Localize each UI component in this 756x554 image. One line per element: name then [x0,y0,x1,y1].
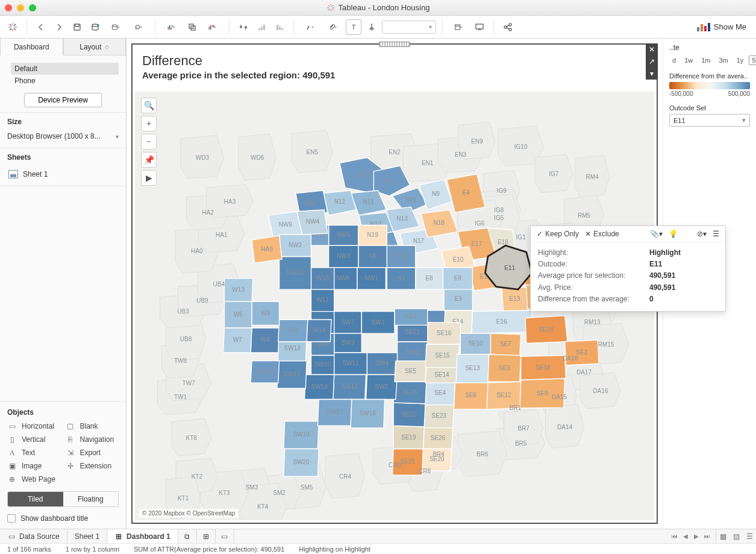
region-SW17[interactable] [317,399,352,426]
region-SE4[interactable] [425,382,455,404]
map-zoom-in[interactable]: ＋ [141,116,157,131]
obj-navigation[interactable]: ⎘Navigation [66,435,119,444]
sheet-item[interactable]: Sheet 1 [7,168,119,181]
tooltip-exclude[interactable]: ✕Exclude [585,230,619,238]
obj-blank[interactable]: ▢Blank [66,421,119,431]
region-NW5[interactable] [329,225,358,246]
obj-extension[interactable]: ✢Extension [66,461,119,471]
region-SW7[interactable] [334,312,362,333]
region-W6[interactable] [278,319,308,341]
region-SW12[interactable] [333,374,366,399]
last-page[interactable]: ⏭ [702,532,712,541]
region-SE3[interactable] [488,354,521,382]
device-phone[interactable]: Phone [11,75,119,87]
size-select[interactable]: Desktop Browser (1000 x 8... [7,130,119,143]
back-button[interactable] [33,19,49,35]
region-E9[interactable] [443,268,472,289]
sort-asc-button[interactable] [254,19,269,35]
region-SW2[interactable] [366,374,398,399]
date-tab-1w[interactable]: 1w [681,55,696,65]
map-pan[interactable]: ▶ [141,170,157,186]
forward-button[interactable] [51,19,67,35]
obj-webpage[interactable]: ⊕Web Page [7,474,61,484]
show-me-button[interactable]: Show Me [692,20,751,34]
region-NW2[interactable] [280,235,311,256]
region-SW19[interactable] [284,421,319,449]
obj-image[interactable]: ▣Image [7,461,61,471]
maximize-window[interactable] [29,4,36,11]
region-SW1[interactable] [361,312,395,333]
region-SE25[interactable] [392,449,423,476]
region-SE1[interactable] [395,309,428,325]
tab-datasource[interactable]: ▭Data Source [0,529,67,543]
clear-menu[interactable] [202,19,223,35]
region-N12[interactable] [323,190,357,215]
region-SW11[interactable] [334,353,367,374]
region-N1[interactable] [387,268,415,289]
region-W5[interactable] [224,301,252,328]
region-SE14[interactable] [425,368,458,383]
region-N6[interactable] [358,245,387,267]
zone-goto[interactable]: ↗ [646,55,658,68]
region-E13[interactable] [502,287,528,312]
new-story-tab[interactable]: ▭ [216,529,234,543]
region-W3[interactable] [252,301,280,325]
highlight-menu[interactable] [300,19,320,35]
map-pin[interactable]: 📌 [141,152,157,168]
date-tab-3m[interactable]: 3m [716,55,731,65]
tooltip-bulb-icon[interactable]: 💡 [669,230,678,238]
region-W11[interactable] [311,289,334,311]
region-SW4[interactable] [367,353,397,374]
region-W13[interactable] [224,279,252,301]
region-NW3[interactable] [329,245,358,267]
region-N19[interactable] [358,225,387,246]
attach-menu[interactable] [323,19,343,35]
share-button[interactable] [500,19,516,35]
region-SE23[interactable] [424,405,454,428]
filter-dropdown[interactable]: ▾ [382,20,436,34]
new-sheet-menu[interactable] [161,19,182,35]
region-SW9[interactable] [398,342,428,364]
region-SE15[interactable] [425,344,460,367]
region-SE13[interactable] [456,354,489,383]
tooltip-keep-only[interactable]: ✓Keep Only [537,230,579,238]
region-SE10[interactable] [460,333,490,354]
new-data-button[interactable] [87,19,103,35]
device-preview-button[interactable]: Device Preview [24,93,102,107]
region-SE6[interactable] [454,382,488,409]
region-HA9[interactable] [252,236,282,263]
region-E8[interactable] [416,268,443,289]
view-grid[interactable]: ▦ [716,529,729,543]
region-SE12[interactable] [487,382,521,409]
zone-close[interactable]: ✕ [646,43,658,55]
new-dashboard-tab[interactable]: ⊞ [197,529,216,543]
region-NW1[interactable] [357,268,386,289]
pin-button[interactable] [364,19,380,35]
first-page[interactable]: ⏮ [670,532,679,541]
refresh-menu[interactable] [128,19,149,35]
prev-page[interactable]: ◀ [681,532,690,541]
region-N7[interactable] [387,245,415,267]
date-tab-1y[interactable]: 1y [734,55,747,65]
map-zoom-out[interactable]: － [141,134,157,150]
region-SE18[interactable] [521,356,566,380]
region-SE21[interactable] [393,403,425,427]
region-E3[interactable] [444,288,472,310]
region-SE16[interactable] [428,323,461,344]
fit-menu[interactable] [449,19,469,35]
swap-button[interactable] [236,19,251,35]
region-SE20[interactable] [422,449,452,471]
tab-sheet1[interactable]: Sheet 1 [67,529,107,543]
tiled-floating-toggle[interactable]: Tiled Floating [7,491,119,507]
region-NW4[interactable] [297,210,328,235]
date-tab-5y[interactable]: 5y [749,55,756,65]
outcode-select[interactable]: E11▾ [669,114,750,127]
region-E4[interactable] [447,174,486,213]
tooltip-group-icon[interactable]: ⊘▾ [697,230,707,238]
minimize-window[interactable] [17,4,24,11]
region-SE7[interactable] [491,333,521,356]
obj-vertical[interactable]: ▯Vertical [7,435,61,444]
region-SE9[interactable] [520,379,565,408]
region-SE24[interactable] [393,382,426,403]
region-SE26[interactable] [423,428,452,449]
